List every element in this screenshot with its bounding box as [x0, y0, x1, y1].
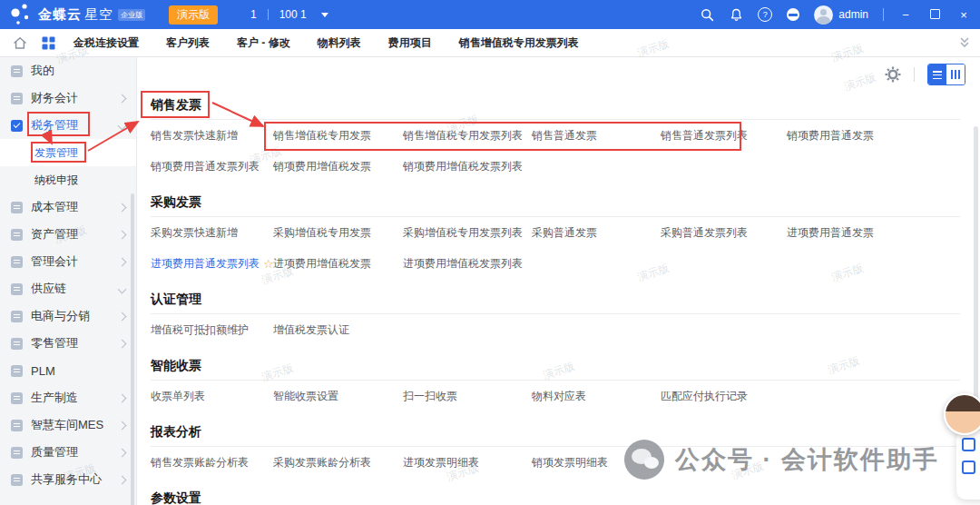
user-avatar[interactable] — [814, 5, 833, 25]
cell: 销项费用普通发票 — [787, 128, 960, 144]
sidebar-item-3[interactable]: 发票管理 — [0, 139, 136, 166]
cell: 进项费用普通发票 — [787, 225, 960, 241]
maximize-button[interactable] — [927, 8, 942, 22]
home-icon[interactable] — [13, 36, 27, 50]
sidebar-item-6[interactable]: 资产管理 — [0, 221, 136, 248]
sidebar-item-2[interactable]: 税务管理 — [0, 112, 136, 139]
menu-link[interactable]: 进项费用增值税发票列表 — [403, 256, 523, 272]
help-icon[interactable]: ? — [758, 7, 772, 22]
menu-link[interactable]: 销项发票明细表 — [532, 455, 608, 470]
links-row: 销售发票账龄分析表采购发票账龄分析表进项发票明细表销项发票明细表 — [151, 447, 960, 478]
sidebar-item-7[interactable]: 管理会计 — [0, 248, 136, 275]
close-button[interactable]: × — [956, 8, 971, 22]
tab-1[interactable]: 客户列表 — [166, 35, 210, 51]
bell-icon[interactable] — [729, 7, 743, 22]
tab-5[interactable]: 销售增值税专用发票列表 — [459, 35, 579, 51]
user-menu[interactable]: admin — [814, 5, 868, 25]
menu-link[interactable]: 采购发票账龄分析表 — [273, 455, 371, 470]
section-title: 智能收票 — [151, 352, 960, 381]
tab-3[interactable]: 物料列表 — [318, 35, 361, 51]
menu-link[interactable]: 采购发票快速新增 — [151, 225, 238, 241]
sidebar-item-5[interactable]: 成本管理 — [0, 193, 136, 221]
asset-icon — [11, 229, 23, 241]
sidebar-item-11[interactable]: PLM — [0, 357, 136, 384]
menu-link[interactable]: 销售普通发票列表 — [661, 128, 748, 144]
menu-link[interactable]: 销项费用普通发票 — [787, 128, 874, 144]
cell: 销售发票账龄分析表 — [151, 455, 273, 470]
counter-right: 100 1 — [279, 8, 307, 21]
tab-2[interactable]: 客户 - 修改 — [237, 35, 290, 51]
menu-link[interactable]: 采购普通发票 — [532, 225, 597, 241]
search-icon[interactable] — [700, 7, 714, 22]
chevron-down-icon[interactable] — [321, 13, 328, 17]
ecommerce-icon — [11, 311, 23, 322]
supply-chain-icon — [11, 283, 23, 295]
menu-link[interactable]: 销售增值税专用发票列表 — [403, 128, 523, 144]
links-row: 采购发票快速新增采购增值税专用发票采购增值税专用发票列表采购普通发票采购普通发票… — [151, 217, 960, 248]
menu-link[interactable]: 销项费用普通发票列表 — [151, 159, 260, 174]
menu-link[interactable]: 智能收票设置 — [273, 389, 338, 404]
sidebar-item-13[interactable]: 智慧车间MES — [0, 411, 136, 439]
cost-icon — [11, 202, 23, 213]
section-5: 参数设置 — [151, 485, 960, 505]
menu-link[interactable]: 销售发票快速新增 — [151, 128, 238, 144]
menu-link[interactable]: 销项费用增值税发票 — [273, 159, 371, 174]
sidebar-item-0[interactable]: 我的 — [0, 57, 136, 84]
sidebar-item-10[interactable]: 零售管理 — [0, 330, 136, 357]
sidebar-item-9[interactable]: 电商与分销 — [0, 302, 136, 330]
menu-link[interactable]: 进项费用普通发票 — [787, 225, 874, 241]
menu-link[interactable]: 采购增值税专用发票列表 — [403, 225, 523, 241]
minimize-button[interactable]: − — [898, 8, 913, 22]
theme-icon[interactable] — [787, 8, 799, 21]
cell: 扫一扫收票 — [403, 389, 532, 404]
menu-link[interactable]: 销售增值税专用发票 — [273, 128, 371, 144]
counter-divider — [268, 9, 269, 20]
menu-link[interactable]: 增值税发票认证 — [273, 322, 349, 338]
sidebar-item-12[interactable]: 生产制造 — [0, 384, 136, 411]
cell: 销项费用增值税发票 — [273, 159, 403, 174]
menu-link[interactable]: 进项费用普通发票列表 — [151, 256, 260, 272]
chevron-right-icon — [118, 421, 127, 430]
cell: 进项费用增值税发票 — [273, 256, 403, 272]
sidebar-item-label: 共享服务中心 — [31, 471, 102, 488]
tab-4[interactable]: 费用项目 — [388, 35, 432, 51]
customer-service-avatar[interactable] — [944, 393, 980, 435]
gear-icon[interactable] — [885, 66, 901, 83]
menu-link[interactable]: 采购普通发票列表 — [661, 225, 748, 241]
consult-icon[interactable] — [962, 438, 975, 451]
customer-service-card[interactable] — [956, 431, 980, 500]
menu-link[interactable]: 进项发票明细表 — [403, 455, 479, 470]
section-title: 销售发票 — [151, 92, 960, 120]
tab-bar: 金税连接设置客户列表客户 - 修改物料列表费用项目销售增值税专用发票列表 — [0, 29, 980, 57]
list-view-button[interactable] — [928, 64, 946, 84]
sidebar-item-8[interactable]: 供应链 — [0, 275, 136, 302]
menu-link[interactable]: 增值税可抵扣额维护 — [151, 322, 249, 338]
menu-link[interactable]: 物料对应表 — [532, 389, 586, 404]
menu-link[interactable]: 匹配应付执行记录 — [661, 389, 748, 404]
content-scrollbar[interactable] — [974, 126, 978, 426]
app-menu-icon[interactable] — [42, 36, 55, 50]
section-title: 参数设置 — [151, 485, 960, 505]
sidebar-scrollbar[interactable] — [131, 193, 134, 505]
sidebar-item-label: 发票管理 — [34, 145, 78, 161]
menu-link[interactable]: 收票单列表 — [151, 389, 205, 404]
cell: 销售增值税专用发票列表 — [403, 128, 532, 144]
menu-link[interactable]: 销项费用增值税发票列表 — [403, 159, 523, 174]
sidebar-item-4[interactable]: 纳税申报 — [0, 166, 136, 193]
links-row: 销项费用普通发票列表销项费用增值税发票销项费用增值税发票列表 — [151, 151, 960, 182]
collapse-tabs-icon[interactable] — [958, 35, 971, 50]
menu-link[interactable]: 采购增值税专用发票 — [273, 225, 371, 241]
menu-link[interactable]: 销售发票账龄分析表 — [151, 455, 249, 470]
menu-link[interactable]: 扫一扫收票 — [403, 389, 457, 404]
column-view-button[interactable] — [946, 64, 965, 84]
menu-link[interactable]: 进项费用增值税发票 — [273, 256, 371, 272]
sidebar-item-14[interactable]: 质量管理 — [0, 439, 136, 466]
buy-icon[interactable] — [962, 460, 975, 474]
chevron-right-icon — [118, 339, 127, 348]
chevron-right-icon — [118, 448, 127, 457]
sidebar-item-15[interactable]: 共享服务中心 — [0, 466, 136, 493]
sidebar-item-1[interactable]: 财务会计 — [0, 84, 136, 112]
star-icon[interactable]: ☆ — [263, 257, 274, 271]
tab-0[interactable]: 金税连接设置 — [74, 35, 139, 51]
menu-link[interactable]: 销售普通发票 — [532, 128, 597, 144]
